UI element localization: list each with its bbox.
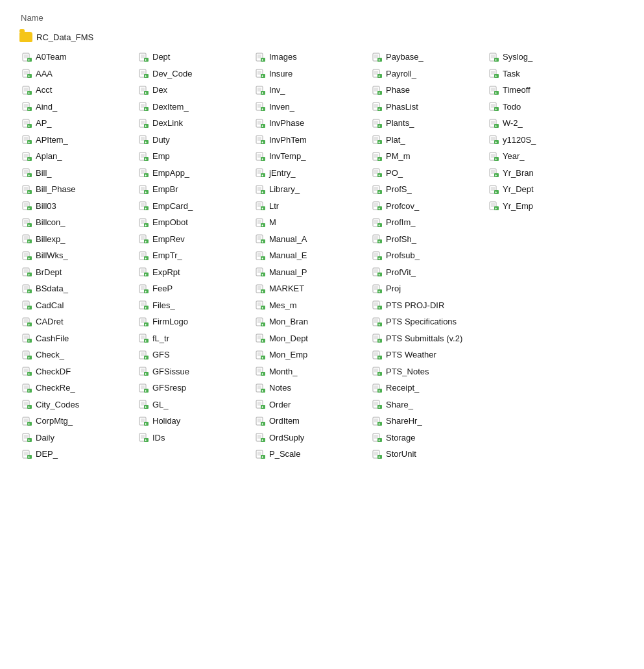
list-item[interactable]: ♦ fL_tr bbox=[136, 330, 253, 347]
list-item[interactable]: ♦ Manual_A bbox=[253, 231, 370, 248]
list-item[interactable]: ♦ CADret bbox=[19, 313, 136, 330]
list-item[interactable]: ♦ Aind_ bbox=[19, 99, 136, 116]
list-item[interactable]: ♦ Yr_Bran bbox=[486, 165, 603, 182]
list-item[interactable]: ♦ Daily bbox=[19, 430, 136, 446]
list-item[interactable]: ♦ Payroll_ bbox=[370, 66, 486, 82]
list-item[interactable]: ♦ y1120S_ bbox=[486, 132, 603, 149]
list-item[interactable]: ♦ PO_ bbox=[370, 165, 486, 182]
list-item[interactable]: ♦ Library_ bbox=[253, 181, 370, 198]
list-item[interactable]: ♦ W-2_ bbox=[486, 115, 603, 132]
list-item[interactable]: ♦ Month_ bbox=[253, 363, 370, 380]
list-item[interactable]: ♦ Mon_Emp bbox=[253, 347, 370, 363]
list-item[interactable]: ♦ Emp bbox=[136, 148, 253, 165]
list-item[interactable]: ♦ ShareHr_ bbox=[370, 413, 486, 430]
list-item[interactable]: ♦ Mes_m bbox=[253, 297, 370, 314]
list-item[interactable]: ♦ EmpObot bbox=[136, 214, 253, 231]
list-item[interactable]: ♦ EmpBr bbox=[136, 181, 253, 198]
list-item[interactable]: ♦ Receipt_ bbox=[370, 380, 486, 396]
list-item[interactable]: ♦ CashFile bbox=[19, 330, 136, 347]
list-item[interactable]: ♦ jEntry_ bbox=[253, 165, 370, 182]
list-item[interactable]: ♦ M bbox=[253, 214, 370, 231]
list-item[interactable]: ♦ InvTemp_ bbox=[253, 148, 370, 165]
list-item[interactable]: ♦ ProfIm_ bbox=[370, 214, 486, 231]
list-item[interactable]: ♦ Mon_Bran bbox=[253, 313, 370, 330]
list-item[interactable]: ♦ Plat_ bbox=[370, 132, 486, 149]
list-item[interactable]: ♦ InvPhase bbox=[253, 115, 370, 132]
list-item[interactable]: ♦ Paybase_ bbox=[370, 49, 486, 66]
list-item[interactable]: ♦ ProfS_ bbox=[370, 181, 486, 198]
list-item[interactable]: ♦ City_Codes bbox=[19, 396, 136, 413]
list-item[interactable]: ♦ Year_ bbox=[486, 148, 603, 165]
list-item[interactable]: ♦ Profcov_ bbox=[370, 198, 486, 215]
list-item[interactable]: ♦ Bill_Phase bbox=[19, 181, 136, 198]
list-item[interactable]: ♦ Notes bbox=[253, 380, 370, 396]
list-item[interactable]: ♦ Manual_P bbox=[253, 264, 370, 281]
list-item[interactable]: ♦ Ltr bbox=[253, 198, 370, 215]
list-item[interactable]: ♦ Insure bbox=[253, 66, 370, 82]
list-item[interactable]: ♦ Bill_ bbox=[19, 165, 136, 182]
list-item[interactable]: ♦ GFSresp bbox=[136, 380, 253, 396]
list-item[interactable]: ♦ Plants_ bbox=[370, 115, 486, 132]
list-item[interactable]: ♦ Mon_Dept bbox=[253, 330, 370, 347]
list-item[interactable]: ♦ PTS Weather bbox=[370, 347, 486, 363]
list-item[interactable]: ♦ Aplan_ bbox=[19, 148, 136, 165]
list-item[interactable]: ♦ BSdata_ bbox=[19, 280, 136, 297]
list-item[interactable]: ♦ AAA bbox=[19, 66, 136, 82]
list-item[interactable]: ♦ Inven_ bbox=[253, 99, 370, 116]
list-item[interactable]: ♦ Todo bbox=[486, 99, 603, 116]
list-item[interactable]: ♦ Bill03 bbox=[19, 198, 136, 215]
list-item[interactable]: ♦ Inv_ bbox=[253, 82, 370, 99]
list-item[interactable]: ♦ PhasList bbox=[370, 99, 486, 116]
list-item[interactable]: ♦ FirmLogo bbox=[136, 313, 253, 330]
list-item[interactable]: ♦ EmpApp_ bbox=[136, 165, 253, 182]
list-item[interactable]: ♦ Proj bbox=[370, 280, 486, 297]
list-item[interactable]: ♦ Dev_Code bbox=[136, 66, 253, 82]
list-item[interactable]: ♦ Timeoff bbox=[486, 82, 603, 99]
list-item[interactable]: ♦ FeeP bbox=[136, 280, 253, 297]
list-item[interactable]: ♦ Phase bbox=[370, 82, 486, 99]
list-item[interactable]: ♦ EmpTr_ bbox=[136, 247, 253, 264]
list-item[interactable]: ♦ Holiday bbox=[136, 413, 253, 430]
list-item[interactable]: ♦ AP_ bbox=[19, 115, 136, 132]
list-item[interactable]: ♦ CorpMtg_ bbox=[19, 413, 136, 430]
list-item[interactable]: ♦ Profsub_ bbox=[370, 247, 486, 264]
list-item[interactable]: ♦ A0Team bbox=[19, 49, 136, 66]
list-item[interactable]: ♦ Yr_Dept bbox=[486, 181, 603, 198]
list-item[interactable]: ♦ Billexp_ bbox=[19, 231, 136, 248]
list-item[interactable]: ♦ Order bbox=[253, 396, 370, 413]
list-item[interactable]: ♦ EmpCard_ bbox=[136, 198, 253, 215]
list-item[interactable]: ♦ DexLink bbox=[136, 115, 253, 132]
list-item[interactable]: ♦ Manual_E bbox=[253, 247, 370, 264]
list-item[interactable]: ♦ Acct bbox=[19, 82, 136, 99]
list-item[interactable]: ♦ APItem_ bbox=[19, 132, 136, 149]
list-item[interactable]: ♦ IDs bbox=[136, 430, 253, 446]
list-item[interactable]: ♦ OrdItem bbox=[253, 413, 370, 430]
list-item[interactable]: ♦ GFS bbox=[136, 347, 253, 363]
list-item[interactable]: ♦ PM_m bbox=[370, 148, 486, 165]
list-item[interactable]: ♦ GL_ bbox=[136, 396, 253, 413]
list-item[interactable]: ♦ BillWks_ bbox=[19, 247, 136, 264]
list-item[interactable]: ♦ DEP_ bbox=[19, 446, 136, 463]
list-item[interactable]: ♦ PTS Submittals (v.2) bbox=[370, 330, 486, 347]
list-item[interactable]: ♦ ProfVit_ bbox=[370, 264, 486, 281]
list-item[interactable]: ♦ Files_ bbox=[136, 297, 253, 314]
list-item[interactable]: ♦ PTS PROJ-DIR bbox=[370, 297, 486, 314]
list-item[interactable]: ♦ PTS_Notes bbox=[370, 363, 486, 380]
list-item[interactable]: ♦ Duty bbox=[136, 132, 253, 149]
list-item[interactable]: ♦ DexItem_ bbox=[136, 99, 253, 116]
list-item[interactable]: ♦ P_Scale bbox=[253, 446, 370, 463]
list-item[interactable]: ♦ Task bbox=[486, 66, 603, 82]
list-item[interactable]: ♦ Syslog_ bbox=[486, 49, 603, 66]
list-item[interactable]: ♦ CheckRe_ bbox=[19, 380, 136, 396]
list-item[interactable]: ♦ Storage bbox=[370, 430, 486, 446]
list-item[interactable]: ♦ Yr_Emp bbox=[486, 198, 603, 215]
list-item[interactable]: ♦ Dex bbox=[136, 82, 253, 99]
list-item[interactable]: ♦ InvPhTem bbox=[253, 132, 370, 149]
list-item[interactable]: ♦ Billcon_ bbox=[19, 214, 136, 231]
list-item[interactable]: ♦ GFSissue bbox=[136, 363, 253, 380]
list-item[interactable]: ♦ OrdSuply bbox=[253, 430, 370, 446]
list-item[interactable]: ♦ ProfSh_ bbox=[370, 231, 486, 248]
root-folder[interactable]: RC_Data_FMS bbox=[19, 32, 625, 42]
list-item[interactable]: ♦ PTS Specifications bbox=[370, 313, 486, 330]
list-item[interactable]: ♦ EmpRev bbox=[136, 231, 253, 248]
